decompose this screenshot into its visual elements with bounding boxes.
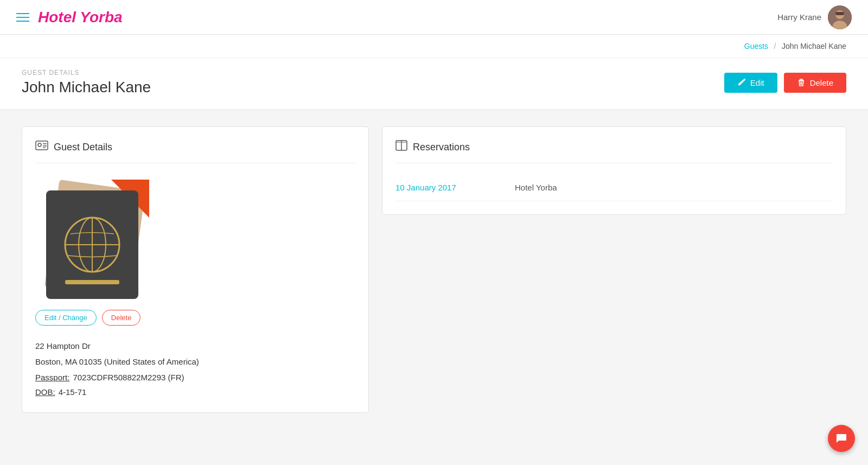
breadcrumb: Guests / John Michael Kane	[0, 35, 868, 58]
svg-rect-3	[835, 12, 844, 15]
avatar-svg	[828, 5, 852, 29]
book-icon	[395, 140, 407, 151]
header-right: Harry Krane	[777, 5, 852, 29]
breadcrumb-current: John Michael Kane	[782, 42, 846, 50]
edit-button[interactable]: Edit	[724, 73, 777, 93]
guest-details-card: Guest Details	[22, 126, 369, 413]
delete-photo-button[interactable]: Delete	[102, 310, 141, 326]
edit-icon	[737, 78, 746, 87]
passport-detail: Passport: 7023CDFR508822M2293 (FR)	[35, 370, 355, 385]
svg-rect-4	[799, 80, 804, 81]
hamburger-menu[interactable]	[16, 13, 29, 22]
dob-label: DOB:	[35, 385, 55, 399]
dob-detail: DOB: 4-15-71	[35, 385, 355, 399]
svg-rect-5	[36, 141, 48, 150]
guest-card-icon	[35, 140, 48, 154]
reservations-card-header: Reservations	[395, 140, 833, 163]
passport-value: 7023CDFR508822M2293 (FR)	[73, 370, 184, 385]
edit-change-button[interactable]: Edit / Change	[35, 310, 97, 326]
reservations-card: Reservations 10 January 2017 Hotel Yorba	[382, 126, 846, 215]
passport-label: Passport:	[35, 370, 69, 385]
app-logo: Hotel Yorba	[38, 9, 123, 26]
guest-info: 22 Hampton Dr Boston, MA 01035 (United S…	[35, 339, 355, 399]
photo-buttons: Edit / Change Delete	[35, 310, 355, 326]
page-header-left: GUEST DETAILS John Michael Kane	[22, 69, 151, 96]
reservation-date[interactable]: 10 January 2017	[395, 183, 493, 192]
header: Hotel Yorba Harry Krane	[0, 0, 868, 35]
user-name: Harry Krane	[777, 12, 821, 22]
reservation-row: 10 January 2017 Hotel Yorba	[395, 174, 833, 201]
svg-rect-17	[65, 280, 119, 284]
avatar-image	[828, 5, 852, 29]
address-line1: 22 Hampton Dr	[35, 339, 355, 353]
svg-point-6	[38, 143, 41, 146]
reservations-card-icon	[395, 140, 407, 154]
header-left: Hotel Yorba	[16, 9, 123, 26]
page-title: John Michael Kane	[22, 79, 151, 96]
guest-card-title: Guest Details	[54, 142, 112, 153]
reservation-hotel: Hotel Yorba	[515, 183, 557, 192]
main-content: Guest Details	[0, 110, 868, 429]
avatar	[828, 5, 852, 29]
page-actions: Edit Delete	[724, 73, 846, 93]
delete-icon	[797, 78, 806, 87]
delete-button[interactable]: Delete	[784, 73, 846, 93]
address-line2: Boston, MA 01035 (United States of Ameri…	[35, 354, 355, 369]
reservations-card-title: Reservations	[413, 142, 470, 153]
passport-image-wrapper	[35, 174, 160, 299]
contact-card-icon	[35, 140, 48, 151]
breadcrumb-separator: /	[774, 42, 776, 50]
dob-value: 4-15-71	[59, 385, 87, 399]
page-label: GUEST DETAILS	[22, 69, 151, 77]
page-header: GUEST DETAILS John Michael Kane Edit Del…	[0, 58, 868, 110]
breadcrumb-parent[interactable]: Guests	[744, 42, 768, 50]
passport-svg	[35, 174, 160, 299]
guest-card-header: Guest Details	[35, 140, 355, 163]
reservations-list: 10 January 2017 Hotel Yorba	[395, 174, 833, 201]
